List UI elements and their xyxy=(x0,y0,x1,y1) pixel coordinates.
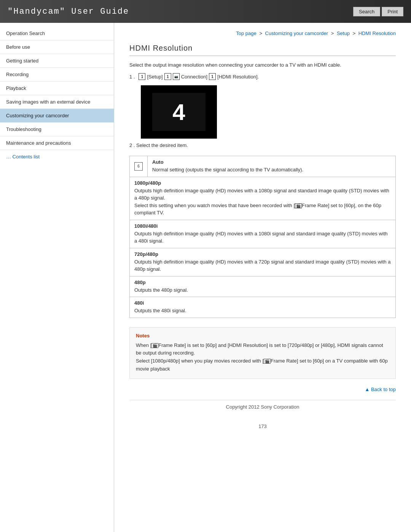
sidebar-item-saving-images[interactable]: Saving images with an external device xyxy=(0,95,114,109)
sidebar-item-maintenance[interactable]: Maintenance and precautions xyxy=(0,136,114,150)
resolution-label: [HDMI Resolution]. xyxy=(217,74,259,80)
sidebar: Operation Search Before use Getting star… xyxy=(0,23,114,532)
footer: Copyright 2012 Sony Corporation xyxy=(129,400,396,417)
notes-section: Notes When [🎬Frame Rate] is set to [60p]… xyxy=(129,327,396,379)
breadcrumb: Top page > Customizing your camcorder > … xyxy=(129,30,396,36)
search-button[interactable]: Search xyxy=(353,7,380,16)
option-desc: Outputs high definition image quality (H… xyxy=(134,188,389,216)
resolution-icon: 1 xyxy=(209,73,216,80)
setup-icon-2: 1 xyxy=(164,73,171,80)
option-content: 1080p/480p Outputs high definition image… xyxy=(130,177,396,220)
camcorder-screen: 4 xyxy=(152,93,206,131)
app-title: "Handycam" User Guide xyxy=(8,7,129,16)
option-icon-cell: 6 xyxy=(130,156,148,177)
sidebar-item-playback[interactable]: Playback xyxy=(0,81,114,95)
option-desc: Outputs the 480i signal. xyxy=(134,308,186,313)
content-area: Top page > Customizing your camcorder > … xyxy=(114,23,411,532)
sidebar-item-customizing[interactable]: Customizing your camcorder xyxy=(0,109,114,123)
option-desc: Outputs high definition image quality (H… xyxy=(134,231,387,244)
notes-title: Notes xyxy=(136,333,389,339)
table-row: 6 Auto Normal setting (outputs the signa… xyxy=(130,156,396,177)
option-content: 480i Outputs the 480i signal. xyxy=(130,297,396,318)
table-row: 1080i/480i Outputs high definition image… xyxy=(130,220,396,248)
option-name: 480i xyxy=(134,300,391,306)
step-2: 2 . Select the desired item. xyxy=(129,142,396,148)
copyright-text: Copyright 2012 Sony Corporation xyxy=(226,404,299,410)
connection-icon: 📷 xyxy=(173,73,180,80)
sidebar-item-getting-started[interactable]: Getting started xyxy=(0,54,114,68)
option-content: 720p/480p Outputs high definition image … xyxy=(130,248,396,276)
setup-icon-1: 1 xyxy=(139,73,145,80)
setup-label: [Setup] xyxy=(147,74,162,80)
option-name: 480p xyxy=(134,280,391,285)
connection-label: Connection] xyxy=(181,74,207,80)
camcorder-image: 4 xyxy=(141,85,217,139)
option-name: 1080p/480p xyxy=(134,180,391,186)
contents-list-link[interactable]: … Contents list xyxy=(0,150,114,163)
breadcrumb-customizing[interactable]: Customizing your camcorder xyxy=(265,30,328,36)
table-row: 480i Outputs the 480i signal. xyxy=(130,297,396,318)
back-to-top-link[interactable]: ▲ Back to top xyxy=(129,387,396,392)
option-content: Auto Normal setting (outputs the signal … xyxy=(148,156,396,177)
sidebar-item-before-use[interactable]: Before use xyxy=(0,40,114,54)
option-name: 1080i/480i xyxy=(134,223,391,229)
page-title: HDMI Resolution xyxy=(129,44,396,56)
breadcrumb-setup[interactable]: Setup xyxy=(337,30,350,36)
option-desc: Outputs the 480p signal. xyxy=(134,287,188,293)
options-table: 6 Auto Normal setting (outputs the signa… xyxy=(129,156,396,318)
option-content: 480p Outputs the 480p signal. xyxy=(130,276,396,297)
option-desc: Normal setting (outputs the signal accor… xyxy=(152,167,303,173)
sidebar-item-operation-search[interactable]: Operation Search xyxy=(0,27,114,40)
page-number: 173 xyxy=(129,423,396,429)
step-1: 1 . 1 [Setup] 1 📷 Connection] 1 [HDMI Re… xyxy=(129,73,396,80)
camcorder-display-number: 4 xyxy=(172,99,185,125)
header-buttons: Search Print xyxy=(353,7,403,16)
intro-text: Select the output image resolution when … xyxy=(129,62,396,68)
print-button[interactable]: Print xyxy=(382,7,403,16)
breadcrumb-current[interactable]: HDMI Resolution xyxy=(358,30,396,36)
sidebar-item-troubleshooting[interactable]: Troubleshooting xyxy=(0,123,114,136)
option-name: 720p/480p xyxy=(134,251,391,257)
table-row: 1080p/480p Outputs high definition image… xyxy=(130,177,396,220)
auto-icon: 6 xyxy=(134,162,143,171)
option-desc: Outputs high definition image quality (H… xyxy=(134,259,390,272)
table-row: 720p/480p Outputs high definition image … xyxy=(130,248,396,276)
notes-text: When [🎬Frame Rate] is set to [60p] and [… xyxy=(136,342,389,373)
option-name: Auto xyxy=(152,159,391,165)
main-layout: Operation Search Before use Getting star… xyxy=(0,23,411,532)
step-1-number: 1 . xyxy=(129,74,135,80)
table-row: 480p Outputs the 480p signal. xyxy=(130,276,396,297)
sidebar-item-recording[interactable]: Recording xyxy=(0,68,114,81)
header: "Handycam" User Guide Search Print xyxy=(0,0,411,23)
breadcrumb-top[interactable]: Top page xyxy=(236,30,256,36)
option-content: 1080i/480i Outputs high definition image… xyxy=(130,220,396,248)
